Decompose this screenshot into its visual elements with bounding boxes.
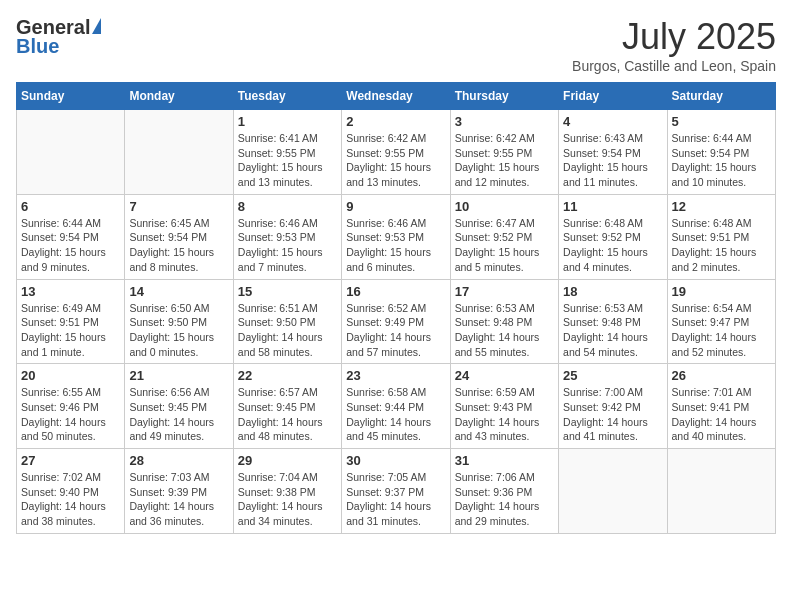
calendar-day-cell: 22Sunrise: 6:57 AMSunset: 9:45 PMDayligh… <box>233 364 341 449</box>
calendar-day-cell: 7Sunrise: 6:45 AMSunset: 9:54 PMDaylight… <box>125 194 233 279</box>
day-detail: Sunrise: 7:00 AMSunset: 9:42 PMDaylight:… <box>563 385 662 444</box>
weekday-header: Sunday <box>17 83 125 110</box>
day-detail: Sunrise: 6:51 AMSunset: 9:50 PMDaylight:… <box>238 301 337 360</box>
weekday-header: Wednesday <box>342 83 450 110</box>
day-detail: Sunrise: 6:58 AMSunset: 9:44 PMDaylight:… <box>346 385 445 444</box>
day-detail: Sunrise: 6:43 AMSunset: 9:54 PMDaylight:… <box>563 131 662 190</box>
logo-blue-text: Blue <box>16 35 59 58</box>
day-detail: Sunrise: 6:49 AMSunset: 9:51 PMDaylight:… <box>21 301 120 360</box>
weekday-header: Tuesday <box>233 83 341 110</box>
day-detail: Sunrise: 6:46 AMSunset: 9:53 PMDaylight:… <box>238 216 337 275</box>
day-number: 14 <box>129 284 228 299</box>
day-number: 30 <box>346 453 445 468</box>
day-detail: Sunrise: 6:42 AMSunset: 9:55 PMDaylight:… <box>455 131 554 190</box>
calendar-day-cell <box>17 110 125 195</box>
calendar-day-cell: 9Sunrise: 6:46 AMSunset: 9:53 PMDaylight… <box>342 194 450 279</box>
day-number: 9 <box>346 199 445 214</box>
calendar-day-cell: 26Sunrise: 7:01 AMSunset: 9:41 PMDayligh… <box>667 364 775 449</box>
day-detail: Sunrise: 6:41 AMSunset: 9:55 PMDaylight:… <box>238 131 337 190</box>
month-title: July 2025 <box>572 16 776 58</box>
day-detail: Sunrise: 6:56 AMSunset: 9:45 PMDaylight:… <box>129 385 228 444</box>
calendar-day-cell: 21Sunrise: 6:56 AMSunset: 9:45 PMDayligh… <box>125 364 233 449</box>
day-number: 7 <box>129 199 228 214</box>
day-number: 16 <box>346 284 445 299</box>
calendar-week-row: 13Sunrise: 6:49 AMSunset: 9:51 PMDayligh… <box>17 279 776 364</box>
day-detail: Sunrise: 6:59 AMSunset: 9:43 PMDaylight:… <box>455 385 554 444</box>
calendar-day-cell: 30Sunrise: 7:05 AMSunset: 9:37 PMDayligh… <box>342 449 450 534</box>
day-number: 24 <box>455 368 554 383</box>
day-number: 20 <box>21 368 120 383</box>
day-number: 22 <box>238 368 337 383</box>
day-detail: Sunrise: 6:48 AMSunset: 9:51 PMDaylight:… <box>672 216 771 275</box>
day-detail: Sunrise: 6:46 AMSunset: 9:53 PMDaylight:… <box>346 216 445 275</box>
day-number: 8 <box>238 199 337 214</box>
weekday-header: Friday <box>559 83 667 110</box>
day-detail: Sunrise: 6:53 AMSunset: 9:48 PMDaylight:… <box>563 301 662 360</box>
calendar-day-cell: 8Sunrise: 6:46 AMSunset: 9:53 PMDaylight… <box>233 194 341 279</box>
logo: General Blue <box>16 16 101 58</box>
calendar-day-cell: 14Sunrise: 6:50 AMSunset: 9:50 PMDayligh… <box>125 279 233 364</box>
day-number: 21 <box>129 368 228 383</box>
calendar-day-cell: 3Sunrise: 6:42 AMSunset: 9:55 PMDaylight… <box>450 110 558 195</box>
calendar-day-cell: 2Sunrise: 6:42 AMSunset: 9:55 PMDaylight… <box>342 110 450 195</box>
day-number: 26 <box>672 368 771 383</box>
day-detail: Sunrise: 6:45 AMSunset: 9:54 PMDaylight:… <box>129 216 228 275</box>
day-detail: Sunrise: 6:50 AMSunset: 9:50 PMDaylight:… <box>129 301 228 360</box>
day-number: 10 <box>455 199 554 214</box>
day-number: 31 <box>455 453 554 468</box>
day-detail: Sunrise: 6:57 AMSunset: 9:45 PMDaylight:… <box>238 385 337 444</box>
day-detail: Sunrise: 6:55 AMSunset: 9:46 PMDaylight:… <box>21 385 120 444</box>
calendar-day-cell: 5Sunrise: 6:44 AMSunset: 9:54 PMDaylight… <box>667 110 775 195</box>
calendar-week-row: 6Sunrise: 6:44 AMSunset: 9:54 PMDaylight… <box>17 194 776 279</box>
calendar-day-cell: 20Sunrise: 6:55 AMSunset: 9:46 PMDayligh… <box>17 364 125 449</box>
location-subtitle: Burgos, Castille and Leon, Spain <box>572 58 776 74</box>
day-number: 27 <box>21 453 120 468</box>
day-detail: Sunrise: 6:54 AMSunset: 9:47 PMDaylight:… <box>672 301 771 360</box>
calendar-day-cell: 28Sunrise: 7:03 AMSunset: 9:39 PMDayligh… <box>125 449 233 534</box>
weekday-header: Monday <box>125 83 233 110</box>
day-detail: Sunrise: 7:01 AMSunset: 9:41 PMDaylight:… <box>672 385 771 444</box>
day-detail: Sunrise: 7:05 AMSunset: 9:37 PMDaylight:… <box>346 470 445 529</box>
calendar-day-cell: 1Sunrise: 6:41 AMSunset: 9:55 PMDaylight… <box>233 110 341 195</box>
day-number: 12 <box>672 199 771 214</box>
calendar-day-cell: 17Sunrise: 6:53 AMSunset: 9:48 PMDayligh… <box>450 279 558 364</box>
calendar-day-cell <box>125 110 233 195</box>
calendar-day-cell: 15Sunrise: 6:51 AMSunset: 9:50 PMDayligh… <box>233 279 341 364</box>
calendar-day-cell: 10Sunrise: 6:47 AMSunset: 9:52 PMDayligh… <box>450 194 558 279</box>
day-number: 3 <box>455 114 554 129</box>
day-number: 28 <box>129 453 228 468</box>
calendar-day-cell: 27Sunrise: 7:02 AMSunset: 9:40 PMDayligh… <box>17 449 125 534</box>
calendar-day-cell: 12Sunrise: 6:48 AMSunset: 9:51 PMDayligh… <box>667 194 775 279</box>
calendar-table: SundayMondayTuesdayWednesdayThursdayFrid… <box>16 82 776 534</box>
day-number: 11 <box>563 199 662 214</box>
day-number: 1 <box>238 114 337 129</box>
day-detail: Sunrise: 7:04 AMSunset: 9:38 PMDaylight:… <box>238 470 337 529</box>
day-number: 19 <box>672 284 771 299</box>
calendar-day-cell: 24Sunrise: 6:59 AMSunset: 9:43 PMDayligh… <box>450 364 558 449</box>
calendar-day-cell: 11Sunrise: 6:48 AMSunset: 9:52 PMDayligh… <box>559 194 667 279</box>
day-detail: Sunrise: 6:48 AMSunset: 9:52 PMDaylight:… <box>563 216 662 275</box>
day-number: 5 <box>672 114 771 129</box>
day-number: 15 <box>238 284 337 299</box>
day-number: 25 <box>563 368 662 383</box>
day-number: 23 <box>346 368 445 383</box>
logo-arrow-icon <box>92 18 101 34</box>
day-detail: Sunrise: 6:47 AMSunset: 9:52 PMDaylight:… <box>455 216 554 275</box>
calendar-day-cell: 6Sunrise: 6:44 AMSunset: 9:54 PMDaylight… <box>17 194 125 279</box>
day-number: 13 <box>21 284 120 299</box>
calendar-day-cell: 19Sunrise: 6:54 AMSunset: 9:47 PMDayligh… <box>667 279 775 364</box>
day-detail: Sunrise: 7:03 AMSunset: 9:39 PMDaylight:… <box>129 470 228 529</box>
calendar-day-cell: 29Sunrise: 7:04 AMSunset: 9:38 PMDayligh… <box>233 449 341 534</box>
calendar-day-cell: 23Sunrise: 6:58 AMSunset: 9:44 PMDayligh… <box>342 364 450 449</box>
calendar-day-cell: 4Sunrise: 6:43 AMSunset: 9:54 PMDaylight… <box>559 110 667 195</box>
page-header: General Blue July 2025 Burgos, Castille … <box>16 16 776 74</box>
day-number: 29 <box>238 453 337 468</box>
calendar-week-row: 20Sunrise: 6:55 AMSunset: 9:46 PMDayligh… <box>17 364 776 449</box>
calendar-day-cell: 18Sunrise: 6:53 AMSunset: 9:48 PMDayligh… <box>559 279 667 364</box>
title-block: July 2025 Burgos, Castille and Leon, Spa… <box>572 16 776 74</box>
calendar-day-cell: 16Sunrise: 6:52 AMSunset: 9:49 PMDayligh… <box>342 279 450 364</box>
calendar-day-cell <box>559 449 667 534</box>
day-number: 18 <box>563 284 662 299</box>
calendar-day-cell <box>667 449 775 534</box>
day-detail: Sunrise: 6:42 AMSunset: 9:55 PMDaylight:… <box>346 131 445 190</box>
